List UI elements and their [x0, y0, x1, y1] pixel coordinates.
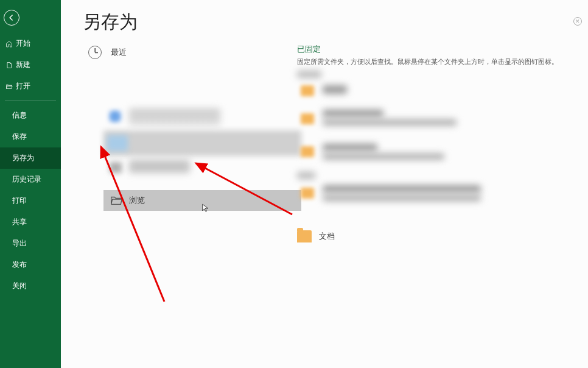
folder-icon	[297, 230, 312, 242]
nav-close-label: 关闭	[12, 281, 27, 291]
folder-open-icon	[110, 194, 123, 207]
nav-saveas[interactable]: 另存为	[0, 147, 61, 169]
folder-open-icon	[5, 83, 13, 90]
location-recent[interactable]: 最近	[83, 38, 279, 67]
file-new-icon	[5, 62, 13, 69]
nav-export-label: 导出	[12, 238, 27, 249]
blurred-folder-1	[323, 85, 347, 94]
location-recent-label: 最近	[111, 47, 127, 58]
nav-save-label: 保存	[12, 132, 27, 142]
nav-divider	[5, 101, 56, 101]
blurred-folder-3-name	[323, 144, 377, 151]
locations-list: 最近 浏览	[83, 38, 279, 67]
folder-documents[interactable]: 文档	[297, 230, 335, 242]
back-button[interactable]	[4, 10, 19, 26]
nav-home-label: 开始	[16, 38, 30, 49]
blurred-folder-2-name	[323, 110, 383, 117]
nav-open[interactable]: 打开	[0, 76, 61, 97]
nav-share[interactable]: 共享	[0, 211, 61, 233]
blurred-folder-2-path	[323, 119, 457, 126]
blurred-folder-3-path	[323, 154, 444, 160]
nav-print-label: 打印	[12, 196, 27, 206]
nav-publish[interactable]: 发布	[0, 254, 61, 275]
blurred-folder-icon-2	[301, 113, 314, 124]
nav-open-label: 打开	[16, 81, 30, 91]
blurred-location-3	[129, 160, 190, 173]
blurred-addplace-icon	[110, 162, 122, 173]
main-panel: 另存为 ✕ 最近 浏览 已固定 固定所需文件夹，方便以后查找。鼠标悬停在某个文件…	[61, 0, 588, 368]
blurred-folder-icon-1	[301, 85, 314, 96]
page-title: 另存为	[83, 10, 588, 35]
details-pane: 已固定 固定所需文件夹，方便以后查找。鼠标悬停在某个文件夹上方时，单击显示的图钉…	[297, 44, 583, 71]
location-browse-label: 浏览	[129, 195, 145, 206]
blurred-folder-4-path	[323, 195, 481, 201]
blurred-folder-icon-3	[301, 146, 314, 157]
nav-export[interactable]: 导出	[0, 233, 61, 254]
nav-saveas-label: 另存为	[12, 153, 34, 163]
nav-new[interactable]: 新建	[0, 54, 61, 76]
nav-history[interactable]: 历史记录	[0, 169, 61, 190]
blurred-pc-icon	[107, 135, 128, 151]
nav-new-label: 新建	[16, 60, 30, 70]
blurred-cloud-icon	[108, 110, 122, 123]
blurred-folder-icon-4	[301, 188, 314, 199]
nav-home[interactable]: 开始	[0, 33, 61, 54]
mouse-cursor-icon	[202, 203, 209, 213]
blurred-heading-1	[297, 71, 321, 78]
close-panel-button[interactable]: ✕	[573, 17, 582, 26]
blurred-location-1	[129, 108, 220, 126]
nav-save[interactable]: 保存	[0, 126, 61, 147]
nav-close[interactable]: 关闭	[0, 275, 61, 297]
arrow-left-icon	[7, 13, 16, 22]
backstage-sidebar: 开始 新建 打开 信息 保存 另存为 历史记录 打印 共享 导出 发布 关闭	[0, 0, 61, 368]
blurred-location-2-selected	[103, 130, 301, 156]
blurred-heading-2	[297, 172, 315, 179]
pinned-help-text: 固定所需文件夹，方便以后查找。鼠标悬停在某个文件夹上方时，单击显示的图钉图标。	[297, 57, 583, 66]
blurred-folder-4-name	[323, 185, 481, 193]
nav-history-label: 历史记录	[12, 174, 41, 185]
clock-icon	[86, 44, 103, 61]
home-icon	[5, 40, 13, 48]
pinned-section-title: 已固定	[297, 44, 583, 55]
nav-print[interactable]: 打印	[0, 190, 61, 211]
nav-share-label: 共享	[12, 217, 27, 227]
folder-documents-label: 文档	[319, 231, 335, 242]
nav-info[interactable]: 信息	[0, 105, 61, 126]
nav-publish-label: 发布	[12, 260, 27, 270]
nav-info-label: 信息	[12, 110, 27, 121]
